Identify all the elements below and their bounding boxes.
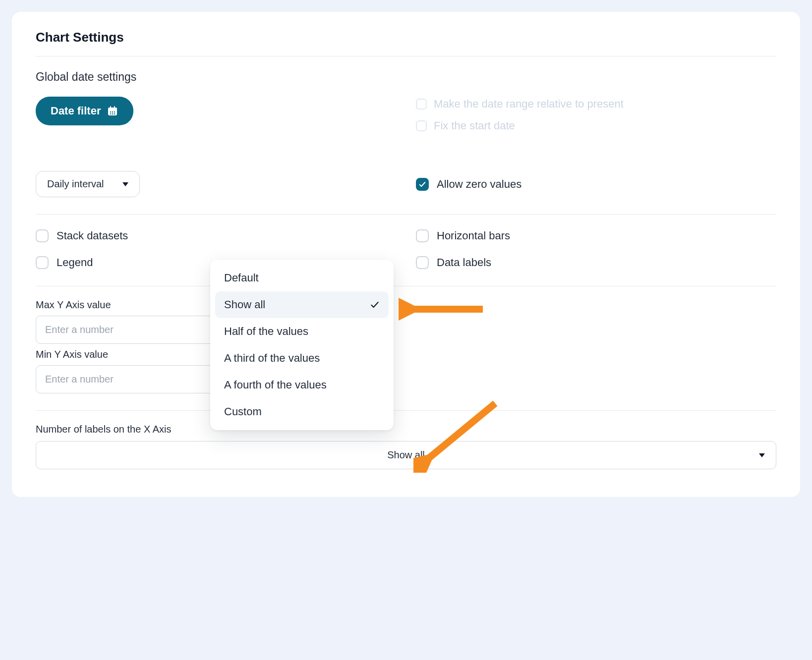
svg-point-9 bbox=[114, 113, 115, 114]
stack-datasets-checkbox[interactable]: Stack datasets bbox=[36, 229, 396, 242]
annotation-arrow-bottom bbox=[413, 398, 503, 473]
dropdown-item[interactable]: Show all bbox=[215, 291, 389, 318]
checkbox-icon bbox=[36, 229, 49, 242]
checkbox-icon bbox=[36, 256, 49, 269]
calendar-icon bbox=[107, 105, 118, 117]
svg-rect-2 bbox=[110, 106, 111, 109]
dropdown-item-label: Show all bbox=[224, 298, 265, 311]
dropdown-item-label: A fourth of the values bbox=[224, 379, 327, 391]
fix-start-date-label: Fix the start date bbox=[434, 119, 515, 132]
svg-point-8 bbox=[112, 113, 113, 114]
annotation-arrow-top bbox=[399, 294, 488, 324]
checkbox-icon bbox=[416, 120, 427, 131]
dropdown-item[interactable]: A fourth of the values bbox=[215, 372, 389, 398]
relative-date-option: Make the date range relative to present bbox=[416, 98, 776, 110]
svg-rect-1 bbox=[108, 108, 117, 110]
allow-zero-checkbox[interactable]: Allow zero values bbox=[416, 178, 776, 191]
x-axis-labels-label: Number of labels on the X Axis bbox=[36, 424, 776, 435]
checkbox-icon bbox=[416, 99, 427, 110]
dropdown-item-label: Custom bbox=[224, 405, 262, 418]
dropdown-item[interactable]: A third of the values bbox=[215, 345, 389, 372]
svg-point-5 bbox=[112, 111, 113, 112]
interval-select[interactable]: Daily interval bbox=[36, 171, 140, 197]
relative-date-label: Make the date range relative to present bbox=[434, 98, 624, 110]
page-title: Chart Settings bbox=[36, 30, 776, 56]
interval-select-value: Daily interval bbox=[47, 178, 104, 190]
dropdown-item-label: A third of the values bbox=[224, 352, 320, 365]
horizontal-bars-label: Horizontal bars bbox=[437, 229, 510, 242]
dropdown-item[interactable]: Half of the values bbox=[215, 318, 389, 345]
data-labels-checkbox[interactable]: Data labels bbox=[416, 256, 776, 269]
legend-label: Legend bbox=[57, 256, 93, 269]
dropdown-item-label: Default bbox=[224, 272, 259, 284]
date-filter-label: Date filter bbox=[51, 105, 101, 117]
check-icon bbox=[370, 300, 380, 310]
dropdown-item-label: Half of the values bbox=[224, 325, 308, 338]
x-axis-labels-dropdown: DefaultShow allHalf of the valuesA third… bbox=[210, 260, 394, 430]
dropdown-item[interactable]: Custom bbox=[215, 398, 389, 425]
dropdown-item[interactable]: Default bbox=[215, 265, 389, 291]
fix-start-date-option: Fix the start date bbox=[416, 119, 776, 132]
svg-point-6 bbox=[114, 111, 115, 112]
svg-point-4 bbox=[110, 111, 111, 112]
data-labels-label: Data labels bbox=[437, 256, 491, 269]
chart-settings-card: Chart Settings Global date settings Date… bbox=[12, 12, 800, 497]
chevron-down-icon bbox=[122, 182, 128, 186]
checkbox-icon bbox=[416, 256, 429, 269]
svg-point-7 bbox=[110, 113, 111, 114]
checkbox-icon bbox=[416, 229, 429, 242]
global-date-heading: Global date settings bbox=[36, 70, 776, 84]
svg-line-11 bbox=[424, 403, 495, 462]
allow-zero-label: Allow zero values bbox=[437, 178, 522, 191]
svg-rect-3 bbox=[114, 106, 115, 109]
date-filter-button[interactable]: Date filter bbox=[36, 97, 133, 125]
x-axis-labels-select[interactable]: Show all bbox=[36, 441, 776, 469]
stack-datasets-label: Stack datasets bbox=[57, 229, 128, 242]
checkbox-icon bbox=[416, 178, 429, 191]
horizontal-bars-checkbox[interactable]: Horizontal bars bbox=[416, 229, 776, 242]
chevron-down-icon bbox=[759, 453, 765, 457]
